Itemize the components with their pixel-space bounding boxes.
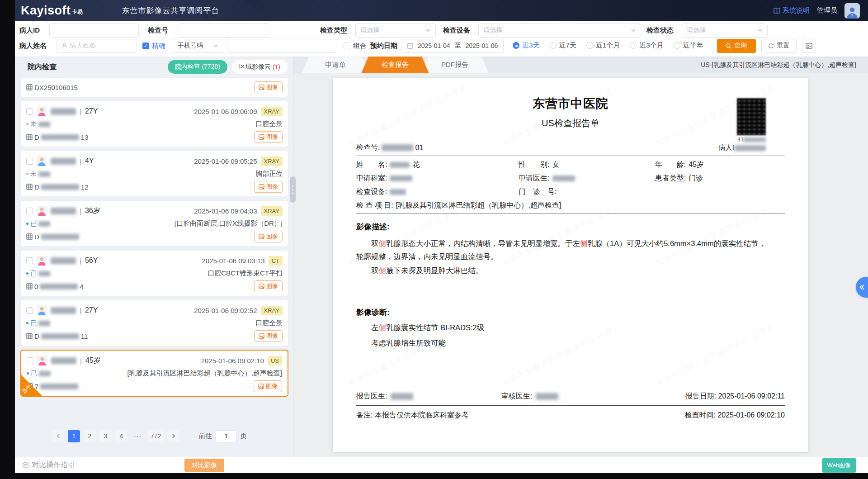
date-range-radio[interactable]: 近3天 (513, 41, 539, 50)
exam-type-select[interactable]: 请选择 (355, 24, 436, 38)
page-number[interactable]: 1 (68, 430, 80, 442)
search-button[interactable]: 查询 (717, 39, 756, 53)
status-placeholder: 请选择 (687, 26, 706, 34)
page-number[interactable]: 2 (84, 430, 96, 442)
image-button[interactable]: 图像 (254, 330, 283, 342)
film-grid-icon (26, 134, 33, 140)
chevron-down-icon (631, 28, 636, 33)
web-image-button[interactable]: Web图像 (822, 458, 857, 473)
page-number[interactable]: 4 (115, 430, 127, 442)
phone-input[interactable] (227, 39, 336, 53)
patient-id-input[interactable] (49, 24, 139, 38)
compare-images-button[interactable]: 对比影像 (184, 459, 224, 472)
status-blurred (38, 321, 50, 326)
image-icon (259, 234, 264, 239)
phone-select[interactable]: 手机号码 (173, 39, 223, 53)
reset-button[interactable]: 重置 (761, 39, 797, 53)
patient-name-input[interactable]: 病人姓名 (57, 39, 137, 53)
page-number[interactable]: ··· (131, 430, 144, 442)
image-button[interactable]: 图像 (254, 181, 283, 193)
exam-checkbox[interactable] (27, 357, 33, 364)
date-range-radio[interactable]: 近7天 (550, 41, 576, 50)
combo-checkbox[interactable]: 组合 (344, 42, 367, 50)
date-range-radio[interactable]: 近半年 (674, 41, 703, 50)
image-button[interactable]: 图像 (254, 380, 282, 392)
device-select[interactable]: 请选择 (478, 24, 641, 38)
date-range-radio[interactable]: 近1个月 (586, 41, 620, 50)
exam-checkbox[interactable] (26, 307, 33, 314)
goto-page-input[interactable] (216, 430, 236, 442)
tab-application-form[interactable]: 申请单 (302, 57, 369, 73)
exam-no-label: 检查号 (148, 26, 178, 35)
image-button[interactable]: 图像 (254, 131, 283, 143)
prev-page-button[interactable] (52, 430, 64, 442)
exact-match-checkbox[interactable]: ✓精确 (142, 42, 165, 50)
chevron-down-icon (757, 28, 763, 33)
compare-guide-link[interactable]: 对比操作指引 (22, 460, 75, 470)
modality-badge: XRAY (261, 107, 283, 116)
exam-list-item[interactable]: | 27Y 2025-01-06 09:02:52 XRAY 已 口腔全景 D1… (20, 300, 288, 346)
exam-checkbox[interactable] (26, 208, 33, 214)
bottom-black-strip (0, 473, 868, 479)
exam-list-item[interactable]: | 45岁 2025-01-06 09:02:10 US 已 [乳腺及其引流区淋… (20, 350, 288, 397)
list-layout-button[interactable] (802, 39, 816, 53)
exam-list-item[interactable]: | 56Y 2025-01-06 09:03:13 CT 已 口腔CBCT锥形束… (20, 250, 288, 296)
image-icon (259, 134, 264, 140)
exam-list-item-partial[interactable]: DX250106015 图像 (20, 77, 288, 97)
film-grid-icon (26, 233, 33, 240)
tab-hospital-exams[interactable]: 院内检查 (7720) (168, 60, 227, 74)
exam-id-blurred (40, 284, 78, 289)
date-range-radio[interactable]: 近3个月 (630, 41, 663, 50)
image-button-label: 图像 (266, 183, 278, 191)
report-patient-id: 病人I (698, 143, 766, 152)
exam-id-blurred (41, 234, 79, 240)
next-page-button[interactable] (167, 430, 179, 442)
tab-pdf-report[interactable]: PDF报告 (421, 57, 489, 73)
status-blurred (38, 171, 50, 177)
system-help-link[interactable]: 系统说明 (774, 6, 810, 15)
exam-checkbox[interactable] (26, 108, 33, 115)
tab-exam-report[interactable]: 检查报告 (361, 57, 429, 73)
image-button[interactable]: 图像 (254, 280, 283, 292)
exam-id-prefix: D (34, 233, 39, 241)
exam-id: D11 (26, 332, 88, 340)
page-number[interactable]: 3 (99, 430, 112, 442)
panel-splitter-handle[interactable] (290, 176, 296, 203)
date-range-radio-group: 近3天近7天近1个月近3个月近半年 (513, 41, 713, 51)
app-root: Kayisoft卡易 东营市影像云共享调阅平台 系统说明 管理员 病人ID 检查… (0, 0, 868, 479)
diag-section-title: 影像诊断: (356, 307, 785, 318)
exam-list-item[interactable]: | 4Y 2025-01-06 09:05:25 XRAY 未 胸部正位 D12… (20, 151, 288, 197)
exam-no-input[interactable] (178, 24, 270, 38)
patient-name-placeholder: 病人姓名 (70, 42, 95, 50)
read-status: 未 (26, 170, 50, 178)
exam-list-item[interactable]: | 36岁 2025-01-06 09:04:03 XRAY 已 [口腔曲面断层… (20, 200, 288, 247)
film-grid-icon (26, 184, 33, 190)
exam-timestamp: 2025-01-06 09:02:10 (201, 357, 264, 365)
image-button[interactable]: 图像 (254, 81, 283, 93)
exam-checkbox[interactable] (26, 158, 33, 165)
desc-section-title: 影像描述: (356, 222, 785, 232)
tab-regional-cloud[interactable]: 区域影像云(1) (232, 60, 288, 74)
qr-caption: 扫 (698, 136, 766, 143)
name-age-separator: | (80, 157, 81, 165)
image-button[interactable]: 图像 (254, 231, 283, 242)
field-age: 年 龄:45岁 (655, 160, 785, 170)
read-status: 已 (26, 220, 50, 228)
exam-id-prefix: D (34, 332, 39, 340)
exam-description: 口腔CBCT锥形束CT平扫 (208, 269, 283, 278)
exam-id: D12 (26, 183, 89, 191)
search-button-label: 查询 (734, 42, 747, 50)
date-range-picker[interactable]: 2025-01-04 至 2025-01-06 (401, 39, 504, 53)
person-icon (61, 43, 67, 49)
status-label: 检查状态 (646, 26, 682, 35)
user-avatar[interactable] (844, 3, 860, 19)
divider (356, 156, 785, 156)
status-select[interactable]: 请选择 (682, 24, 768, 38)
field-exam-item: 检 查 项 目:[乳腺及其引流区淋巴结彩超（乳腺中心）,超声检查] (356, 201, 785, 210)
tab-regional-count: (1) (273, 63, 280, 71)
exam-list-item[interactable]: | 27Y 2025-01-06 09:06:09 XRAY 未 口腔全景 D1… (20, 101, 288, 147)
page-number[interactable]: 772 (148, 430, 164, 442)
exam-checkbox[interactable] (26, 257, 33, 264)
diag-line: 考虑乳腺增生所致可能 (356, 338, 785, 348)
book-icon (774, 8, 780, 14)
